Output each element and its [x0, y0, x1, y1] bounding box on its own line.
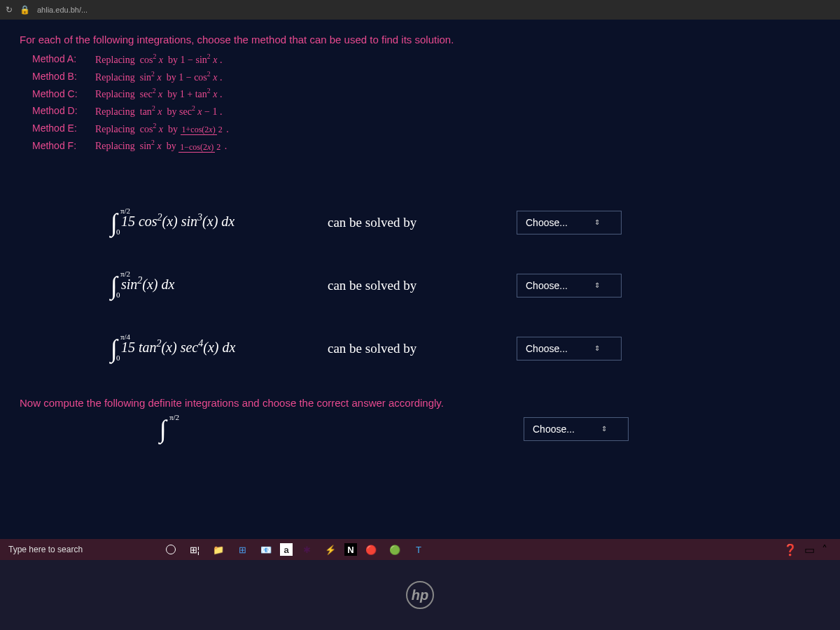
integral-row: ∫π/40 15 tan2(x) sec4(x) dx can be solve… [111, 334, 820, 363]
tray-icon[interactable]: ▭ [804, 543, 815, 556]
integral-row: ∫π/20 sin2(x) dx can be solved by Choose… [111, 271, 820, 300]
page-content: For each of the following integrations, … [0, 20, 840, 539]
url-text: ahlia.edu.bh/... [37, 6, 88, 14]
partial-integral-row: ∫π/2 Choose... ⇕ [20, 414, 820, 444]
store-icon[interactable]: ⊞ [232, 541, 252, 558]
app-icon-3[interactable]: T [409, 541, 428, 558]
chevron-updown-icon: ⇕ [594, 344, 600, 352]
chevron-updown-icon: ⇕ [594, 218, 600, 226]
method-row: Method D: Replacing tan2 x by sec2 x − 1… [32, 104, 820, 118]
power-icon[interactable]: ⚡ [321, 541, 340, 558]
answer-select[interactable]: Choose... ⇕ [524, 417, 629, 441]
task-view-icon[interactable]: ⊞¦ [185, 541, 204, 558]
select-value: Choose... [533, 424, 575, 435]
method-row: Method B: Replacing sin2 x by 1 − cos2 x… [32, 70, 820, 83]
app-icon[interactable]: a [280, 543, 293, 556]
partial-integral: ∫π/2 [160, 414, 524, 444]
integral-list: ∫π/20 15 cos2(x) sin3(x) dx can be solve… [111, 208, 820, 363]
select-value: Choose... [526, 280, 568, 291]
method-text: Replacing tan2 x by sec2 x − 1 . [95, 104, 222, 118]
chrome-icon[interactable]: 🔴 [361, 541, 381, 558]
method-select[interactable]: Choose... ⇕ [517, 274, 622, 298]
select-value: Choose... [526, 217, 568, 228]
taskbar-search[interactable]: Type here to search [4, 545, 158, 554]
method-label: Method E: [32, 122, 87, 134]
method-text: Replacing sin2 x by 1−cos(2x)2 . [95, 139, 227, 152]
method-row: Method E: Replacing cos2 x by 1+cos(2x)2… [32, 122, 820, 135]
slack-icon[interactable]: ✱ [297, 541, 316, 558]
integral-expression: ∫π/20 sin2(x) dx [111, 271, 328, 300]
system-tray[interactable]: ❓ ▭ ˄ [783, 543, 836, 556]
method-text: Replacing sec2 x by 1 + tan2 x . [95, 87, 222, 100]
integral-row: ∫π/20 15 cos2(x) sin3(x) dx can be solve… [111, 208, 820, 237]
method-text: Replacing cos2 x by 1 − sin2 x . [95, 52, 222, 66]
method-text: Replacing sin2 x by 1 − cos2 x . [95, 70, 222, 83]
help-icon[interactable]: ❓ [783, 543, 797, 556]
mail-icon[interactable]: 📧 [256, 541, 276, 558]
method-select[interactable]: Choose... ⇕ [517, 211, 622, 234]
method-row: Method C: Replacing sec2 x by 1 + tan2 x… [32, 87, 820, 100]
cortana-icon[interactable] [161, 541, 181, 558]
chevron-updown-icon: ⇕ [594, 281, 600, 289]
method-label: Method D: [32, 105, 87, 116]
solve-label: can be solved by [328, 215, 517, 230]
method-label: Method F: [32, 140, 87, 151]
method-label: Method B: [32, 71, 87, 82]
integral-expression: ∫π/40 15 tan2(x) sec4(x) dx [111, 334, 328, 363]
method-label: Method A: [32, 53, 87, 64]
windows-taskbar[interactable]: Type here to search ⊞¦ 📁 ⊞ 📧 a ✱ ⚡ N 🔴 🟢… [0, 539, 840, 560]
integral-expression: ∫π/20 15 cos2(x) sin3(x) dx [111, 208, 328, 237]
compute-instruction: Now compute the following definite integ… [20, 397, 820, 409]
notion-icon[interactable]: N [344, 543, 357, 556]
lock-icon: 🔒 [20, 5, 30, 15]
solve-label: can be solved by [328, 278, 517, 293]
method-text: Replacing cos2 x by 1+cos(2x)2 . [95, 122, 229, 135]
select-value: Choose... [526, 343, 568, 354]
expand-icon[interactable]: ˄ [822, 543, 827, 556]
method-row: Method F: Replacing sin2 x by 1−cos(2x)2… [32, 139, 820, 152]
file-explorer-icon[interactable]: 📁 [209, 541, 228, 558]
method-select[interactable]: Choose... ⇕ [517, 337, 622, 360]
method-row: Method A: Replacing cos2 x by 1 − sin2 x… [32, 52, 820, 66]
browser-toolbar: ↻ 🔒 ahlia.edu.bh/... [0, 0, 840, 20]
hp-logo: hp [406, 581, 434, 609]
chevron-updown-icon: ⇕ [601, 425, 607, 433]
solve-label: can be solved by [328, 341, 517, 356]
methods-list: Method A: Replacing cos2 x by 1 − sin2 x… [32, 52, 820, 152]
refresh-icon[interactable]: ↻ [6, 5, 13, 15]
method-label: Method C: [32, 88, 87, 99]
instruction-text: For each of the following integrations, … [20, 34, 820, 46]
app-icon-2[interactable]: 🟢 [385, 541, 405, 558]
